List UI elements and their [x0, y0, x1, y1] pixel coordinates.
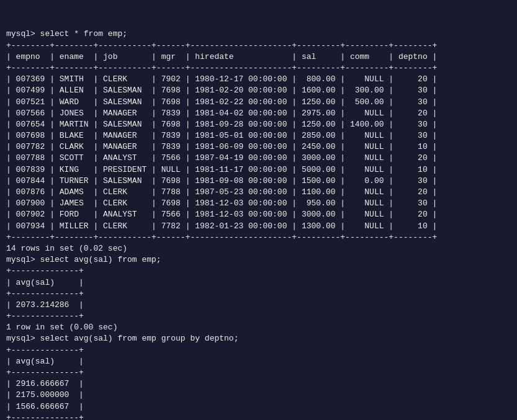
terminal-output: mysql> select * from emp;+--------+-----… [6, 29, 511, 420]
terminal-line: | empno | ename | job | mgr | hiredate |… [6, 51, 511, 63]
terminal-line: | 2073.214286 | [6, 300, 511, 311]
terminal-line: +--------+--------+-----------+------+--… [6, 63, 511, 74]
terminal-line: +--------------+ [6, 311, 511, 322]
terminal-line: | 2175.000000 | [6, 390, 511, 401]
terminal-line: | 007788 | SCOTT | ANALYST | 7566 | 1987… [6, 153, 511, 164]
terminal-line: | 007782 | CLARK | MANAGER | 7839 | 1981… [6, 141, 511, 153]
terminal-line: +--------------+ [6, 367, 511, 378]
terminal-line: | 007934 | MILLER | CLERK | 7782 | 1982-… [6, 221, 511, 232]
terminal-line: | 007654 | MARTIN | SALESMAN | 7698 | 19… [6, 119, 511, 130]
terminal-line: | 007844 | TURNER | SALESMAN | 7698 | 19… [6, 176, 511, 187]
terminal-line: | 1566.666667 | [6, 401, 511, 413]
terminal-line: +--------------+ [6, 345, 511, 356]
terminal-line: +--------------+ [6, 288, 511, 300]
terminal-line: | 2916.666667 | [6, 378, 511, 390]
terminal-window: mysql> select * from emp;+--------+-----… [6, 6, 511, 420]
terminal-line: | avg(sal) | [6, 277, 511, 288]
terminal-line: | 007876 | ADAMS | CLERK | 7788 | 1987-0… [6, 187, 511, 198]
terminal-line: 1 row in set (0.00 sec) [6, 322, 511, 333]
terminal-line: 14 rows in set (0.02 sec) [6, 243, 511, 254]
terminal-line: | 007900 | JAMES | CLERK | 7698 | 1981-1… [6, 198, 511, 209]
terminal-line: | 007698 | BLAKE | MANAGER | 7839 | 1981… [6, 130, 511, 141]
terminal-line: | 007566 | JONES | MANAGER | 7839 | 1981… [6, 108, 511, 119]
terminal-line: +--------+--------+-----------+------+--… [6, 232, 511, 243]
terminal-line: | 007369 | SMITH | CLERK | 7902 | 1980-1… [6, 74, 511, 85]
terminal-line: | 007499 | ALLEN | SALESMAN | 7698 | 198… [6, 85, 511, 96]
terminal-line: | 007839 | KING | PRESIDENT | NULL | 198… [6, 164, 511, 176]
terminal-line: mysql> select * from emp; [6, 29, 511, 40]
terminal-line: +--------------+ [6, 413, 511, 420]
terminal-line: +--------+--------+-----------+------+--… [6, 40, 511, 51]
terminal-line: | 007521 | WARD | SALESMAN | 7698 | 1981… [6, 97, 511, 108]
terminal-line: | 007902 | FORD | ANALYST | 7566 | 1981-… [6, 209, 511, 220]
terminal-line: mysql> select avg(sal) from emp; [6, 254, 511, 266]
terminal-line: +--------------+ [6, 266, 511, 277]
terminal-line: | avg(sal) | [6, 356, 511, 367]
terminal-line: mysql> select avg(sal) from emp group by… [6, 333, 511, 344]
